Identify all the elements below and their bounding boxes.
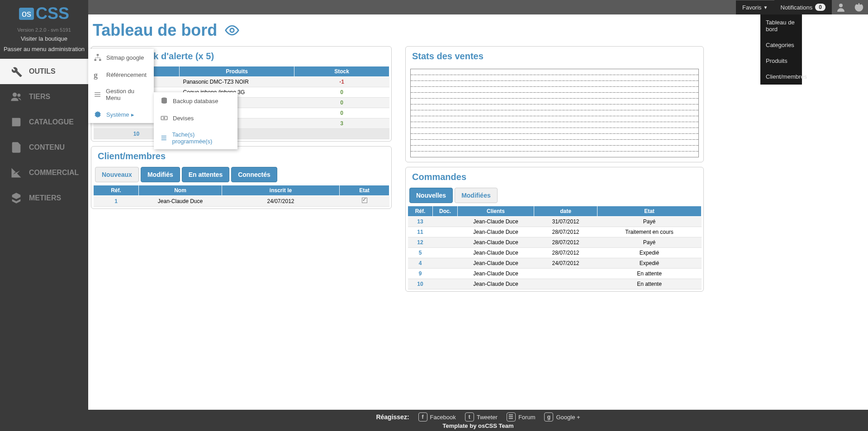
submenu-backup[interactable]: Backup database xyxy=(154,92,237,109)
favoris-menu: Tableau de bord Categories Produits Clie… xyxy=(760,14,802,85)
footer-link-google +[interactable]: gGoogle + xyxy=(544,412,580,422)
orders-tabs: Nouvelles Modifiées xyxy=(406,187,703,206)
nav-label: OUTILS xyxy=(29,67,56,76)
svg-rect-3 xyxy=(95,59,97,61)
favoris-produits[interactable]: Produits xyxy=(760,53,802,69)
table-row[interactable]: 10Jean-Claude DuceEn attente xyxy=(408,279,702,289)
google-icon: g xyxy=(94,71,102,79)
submenu-seo[interactable]: g Référencement xyxy=(88,66,154,83)
chevron-down-icon: ▼ xyxy=(764,5,768,10)
list-icon xyxy=(94,90,101,99)
table-row[interactable]: 11Jean-Claude Duce28/07/2012Traitement e… xyxy=(408,227,702,237)
orders-title: Commandes xyxy=(406,167,703,187)
book-icon xyxy=(9,116,24,128)
tab-nouveaux[interactable]: Nouveaux xyxy=(95,167,139,182)
nav-catalogue[interactable]: CATALOGUE xyxy=(0,109,88,135)
nav-outils[interactable]: OUTILS xyxy=(0,59,88,84)
stats-chart xyxy=(410,69,699,157)
wrench-icon xyxy=(9,65,24,78)
submenu-outils: Sitmap google g Référencement Gestion du… xyxy=(88,49,154,123)
table-row[interactable]: 13Jean-Claude Duce31/07/2012Payé xyxy=(408,217,702,227)
orders-table: Réf. Doc. Clients date Etat 13Jean-Claud… xyxy=(408,206,702,289)
svg-rect-4 xyxy=(99,59,101,61)
social-icon: t xyxy=(465,412,474,422)
gear-icon xyxy=(94,110,102,118)
nav-metiers[interactable]: METIERS xyxy=(0,185,88,211)
database-icon xyxy=(160,97,168,105)
sitemap-icon xyxy=(94,53,102,62)
nav-label: CONTENU xyxy=(29,143,65,152)
logo[interactable]: os CSS xyxy=(8,2,81,25)
nav-label: CATALOGUE xyxy=(29,118,74,126)
tab-modifies[interactable]: Modifiés xyxy=(141,167,180,182)
orders-panel: Commandes Nouvelles Modifiées Réf. Doc. … xyxy=(405,167,704,292)
footer-link-facebook[interactable]: fFacebook xyxy=(418,412,456,422)
favoris-clients[interactable]: Client/membres xyxy=(760,69,802,85)
svg-point-1 xyxy=(17,94,20,97)
table-total-row: 10 xyxy=(94,129,389,139)
topbar: Favoris ▼ Notifications 0 xyxy=(736,0,868,14)
svg-point-15 xyxy=(839,4,843,7)
sidebar: os CSS Version 2.2.0 - svn 5191 Visiter … xyxy=(0,0,88,431)
submenu-sitemap[interactable]: Sitmap google xyxy=(88,49,154,66)
social-icon: g xyxy=(544,412,553,422)
nav-tiers[interactable]: TIERS xyxy=(0,84,88,109)
svg-point-16 xyxy=(230,28,234,33)
submenu-systeme[interactable]: Système ▸ xyxy=(88,106,154,123)
submenu-tasks[interactable]: Tache(s) programmée(s) xyxy=(154,127,237,149)
submenu-menu-mgmt[interactable]: Gestion du Menu xyxy=(88,83,154,106)
eye-icon[interactable] xyxy=(224,23,240,38)
footer-credit: Template by osCSS Team xyxy=(88,422,868,429)
file-icon xyxy=(9,141,24,154)
footer-label: Réagissez: xyxy=(376,413,409,421)
svg-rect-10 xyxy=(161,116,167,120)
social-icon: f xyxy=(418,412,427,422)
boxes-icon xyxy=(9,192,24,204)
submenu-systeme-items: Backup database Devises Tache(s) program… xyxy=(154,92,237,149)
nav-commercial[interactable]: COMMERCIAL xyxy=(0,160,88,185)
users-icon xyxy=(9,90,24,103)
table-row[interactable]: 1Jean-Claude Duce24/07/2012 xyxy=(94,196,389,207)
submenu-devises[interactable]: Devises xyxy=(154,109,237,127)
svg-point-11 xyxy=(164,118,165,119)
nav-label: COMMERCIAL xyxy=(29,169,79,177)
footer-link-tweeter[interactable]: tTweeter xyxy=(465,412,498,422)
footer-link-forum[interactable]: ☰Forum xyxy=(507,412,536,422)
tab-nouvelles[interactable]: Nouvelles xyxy=(409,188,453,203)
logo-suffix: CSS xyxy=(36,4,69,23)
nav-label: METIERS xyxy=(29,194,61,202)
svg-point-0 xyxy=(13,93,17,97)
table-row[interactable]: 9Jean-Claude DuceEn attente xyxy=(408,269,702,279)
nav-contenu[interactable]: CONTENU xyxy=(0,135,88,160)
notifications-button[interactable]: Notifications 0 xyxy=(774,0,832,14)
main-content: Tableau de bord Suivi de stock d'alerte … xyxy=(88,14,868,417)
table-row[interactable]: 4Jean-Claude Duce24/07/2012Expedié xyxy=(408,258,702,269)
currency-icon xyxy=(160,114,168,122)
footer: Réagissez: fFacebooktTweeter☰ForumgGoogl… xyxy=(88,410,868,431)
tab-order-modifiees[interactable]: Modifiées xyxy=(455,188,498,203)
favoris-dashboard[interactable]: Tableau de bord xyxy=(760,14,802,37)
notif-badge: 0 xyxy=(815,4,825,11)
chevron-right-icon: ▸ xyxy=(131,111,134,118)
logo-prefix: os xyxy=(19,8,34,20)
favoris-categories[interactable]: Categories xyxy=(760,37,802,53)
admin-menu-link[interactable]: Passer au menu administration xyxy=(0,44,88,54)
chart-icon xyxy=(9,166,24,179)
nav-label: TIERS xyxy=(29,93,50,101)
tab-en-attentes[interactable]: En attentes xyxy=(182,167,229,182)
favoris-dropdown-trigger[interactable]: Favoris ▼ xyxy=(736,0,774,14)
power-icon[interactable] xyxy=(850,2,868,13)
check-icon xyxy=(362,198,367,203)
tasks-icon xyxy=(160,134,168,142)
table-row[interactable]: 5Jean-Claude Duce28/07/2012Expedié xyxy=(408,248,702,258)
table-row[interactable]: 12Jean-Claude Duce28/07/2012Payé xyxy=(408,237,702,248)
social-icon: ☰ xyxy=(507,412,516,422)
visit-shop-link[interactable]: Visiter la boutique xyxy=(0,33,88,44)
nav-list: OUTILS TIERS CATALOGUE CONTENU COMMERCIA… xyxy=(0,59,88,211)
user-icon[interactable] xyxy=(832,2,850,13)
clients-panel: Client/membres Nouveaux Modifiés En atte… xyxy=(91,146,392,209)
version-label: Version 2.2.0 - svn 5191 xyxy=(0,27,88,33)
clients-table: Réf. Nom inscrit le Etat 1Jean-Claude Du… xyxy=(93,185,389,207)
svg-rect-2 xyxy=(97,54,99,56)
tab-connectes[interactable]: Connectés xyxy=(231,167,277,182)
